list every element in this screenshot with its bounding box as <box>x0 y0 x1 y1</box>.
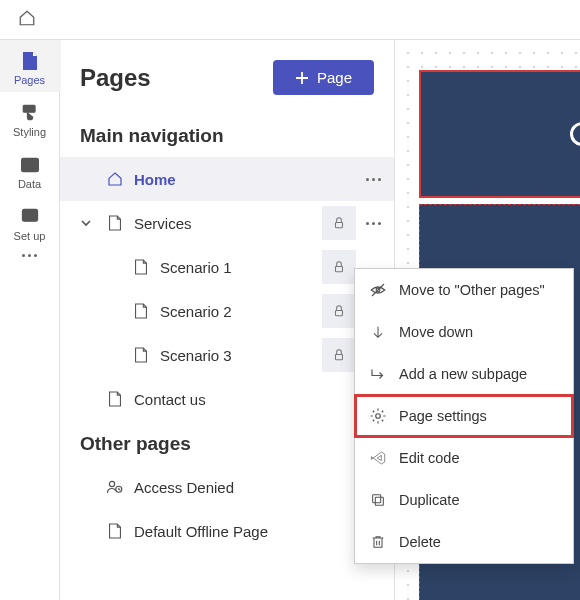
tree-label: Home <box>134 171 322 188</box>
rail-label: Styling <box>13 126 46 138</box>
rail-item-pages[interactable]: Pages <box>0 40 61 92</box>
tree-item-scenario-1[interactable]: Scenario 1 <box>60 245 394 289</box>
left-rail: Pages Styling Data Set up <box>0 40 60 600</box>
setup-icon <box>19 206 41 228</box>
svg-rect-13 <box>375 497 383 505</box>
other-pages-heading: Other pages <box>60 421 394 465</box>
add-page-label: Page <box>317 69 352 86</box>
row-actions-button[interactable] <box>356 222 390 225</box>
rail-item-data[interactable]: Data <box>0 144 60 196</box>
table-icon <box>19 154 41 176</box>
page-icon <box>104 391 126 407</box>
brush-icon <box>19 102 41 124</box>
svg-rect-1 <box>21 158 38 171</box>
menu-move-down[interactable]: Move down <box>355 311 573 353</box>
rail-item-styling[interactable]: Styling <box>0 92 60 144</box>
rail-item-setup[interactable]: Set up <box>0 196 60 248</box>
menu-move-to-other[interactable]: Move to "Other pages" <box>355 269 573 311</box>
lock-icon[interactable] <box>322 338 356 372</box>
tree-label: Services <box>134 215 322 232</box>
menu-label: Move to "Other pages" <box>399 282 545 298</box>
tree-item-home[interactable]: Home <box>60 157 394 201</box>
top-bar <box>0 0 580 40</box>
rail-label: Set up <box>14 230 46 242</box>
tree-label: Default Offline Page <box>134 523 390 540</box>
row-actions-button[interactable] <box>356 178 390 181</box>
page-icon <box>19 50 41 72</box>
panel-title: Pages <box>80 64 151 92</box>
tree-item-scenario-2[interactable]: Scenario 2 <box>60 289 394 333</box>
tree-item-contact[interactable]: Contact us <box>60 377 394 421</box>
tree-label: Scenario 3 <box>160 347 322 364</box>
arrow-down-icon <box>369 323 387 341</box>
context-menu: Move to "Other pages" Move down Add a ne… <box>354 268 574 564</box>
menu-edit-code[interactable]: Edit code <box>355 437 573 479</box>
lock-icon[interactable] <box>322 294 356 328</box>
page-icon <box>104 523 126 539</box>
logo-circle <box>570 122 580 146</box>
svg-point-11 <box>376 414 381 419</box>
duplicate-icon <box>369 491 387 509</box>
svg-rect-12 <box>373 495 381 503</box>
pages-panel: Pages Page Main navigation Home <box>60 40 395 600</box>
person-lock-icon <box>104 479 126 495</box>
lock-icon[interactable] <box>322 250 356 284</box>
tree-label: Scenario 2 <box>160 303 322 320</box>
tree-item-access-denied[interactable]: Access Denied <box>60 465 394 509</box>
vscode-icon <box>369 449 387 467</box>
tree-label: Scenario 1 <box>160 259 322 276</box>
page-icon <box>130 259 152 275</box>
svg-rect-5 <box>336 266 343 271</box>
menu-label: Page settings <box>399 408 487 424</box>
home-icon[interactable] <box>18 9 36 31</box>
menu-label: Move down <box>399 324 473 340</box>
svg-point-3 <box>27 213 31 217</box>
rail-more-button[interactable] <box>21 254 39 257</box>
gear-icon <box>369 407 387 425</box>
add-page-button[interactable]: Page <box>273 60 374 95</box>
rail-label: Data <box>18 178 41 190</box>
page-icon <box>104 215 126 231</box>
chevron-down-icon[interactable] <box>76 217 96 229</box>
menu-delete[interactable]: Delete <box>355 521 573 563</box>
svg-rect-4 <box>336 222 343 227</box>
home-icon <box>104 171 126 187</box>
menu-duplicate[interactable]: Duplicate <box>355 479 573 521</box>
page-icon <box>130 303 152 319</box>
svg-rect-7 <box>336 354 343 359</box>
page-icon <box>130 347 152 363</box>
tree-item-default-offline[interactable]: Default Offline Page <box>60 509 394 553</box>
rail-label: Pages <box>14 74 45 86</box>
menu-label: Duplicate <box>399 492 459 508</box>
svg-rect-0 <box>23 106 35 113</box>
tree-item-scenario-3[interactable]: Scenario 3 <box>60 333 394 377</box>
tree-item-services[interactable]: Services <box>60 201 394 245</box>
page-tree: Home Services Scena <box>60 157 394 421</box>
menu-label: Delete <box>399 534 441 550</box>
trash-icon <box>369 533 387 551</box>
menu-page-settings[interactable]: Page settings <box>355 395 573 437</box>
lock-icon[interactable] <box>322 206 356 240</box>
menu-label: Edit code <box>399 450 459 466</box>
svg-point-8 <box>109 481 114 486</box>
svg-rect-6 <box>336 310 343 315</box>
main-nav-heading: Main navigation <box>60 113 394 157</box>
menu-label: Add a new subpage <box>399 366 527 382</box>
canvas-header-block[interactable] <box>419 70 580 198</box>
eye-off-icon <box>369 281 387 299</box>
tree-label: Access Denied <box>134 479 390 496</box>
menu-add-subpage[interactable]: Add a new subpage <box>355 353 573 395</box>
tree-label: Contact us <box>134 391 322 408</box>
subpage-icon <box>369 365 387 383</box>
